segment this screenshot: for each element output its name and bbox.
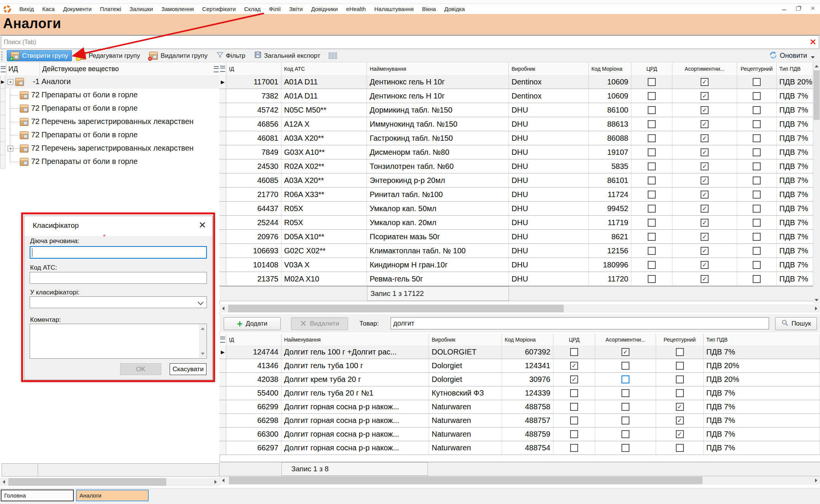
table-row[interactable]: 21770R06A X33**Ринитал табл. №100DHU1172… [219,188,820,202]
checkbox-cell[interactable]: ✓ [672,75,737,89]
checkbox-cell[interactable] [737,244,777,258]
checkbox-cell[interactable]: ✓ [672,89,737,103]
checkbox-cell[interactable] [553,441,595,455]
asort-checkbox[interactable]: ✓ [701,92,709,100]
tree-item[interactable]: ▶+-1Аналоги [0,75,219,89]
asort-checkbox[interactable]: ✓ [701,247,709,255]
asort-checkbox[interactable]: ✓ [701,106,709,114]
table-row[interactable]: ▶124744Долгит гель 100 г +Долгит рас...D… [219,345,820,359]
refresh-dropdown-icon[interactable] [811,56,815,59]
menu-item[interactable]: Вихід [15,5,38,13]
tree-item[interactable]: 72Перечень зарегистрированных лекарствен [0,115,219,129]
asort-checkbox[interactable]: ✓ [701,205,709,213]
table-row[interactable]: 66297Долгит горная сосна р-р накож...Nat… [219,441,820,455]
tree-hscrollbar[interactable] [0,478,219,486]
create-group-button[interactable]: + Створити групу [7,50,72,61]
checkbox-cell[interactable] [631,75,672,89]
checkbox-cell[interactable] [656,359,704,372]
crd-checkbox[interactable] [648,261,656,269]
clear-search-icon[interactable]: ✕ [808,37,818,47]
tree-item[interactable]: 72Препараты от боли в горле [0,129,219,142]
asort-checkbox[interactable] [621,389,629,397]
asort-checkbox[interactable]: ✓ [701,176,709,184]
checkbox-cell[interactable] [631,103,672,117]
minimize-button[interactable] [780,5,788,12]
column-header[interactable]: Тип ПДВ [704,334,820,345]
atc-input[interactable] [30,272,207,284]
table-row[interactable]: 41346Долгит гель туба 100 гDolorgiet1243… [219,359,820,373]
checkbox-cell[interactable]: ✓ [672,230,737,243]
column-header[interactable]: Код Моріона [589,63,631,75]
checkbox-cell[interactable] [737,258,777,272]
asort-checkbox[interactable]: ✓ [621,348,629,356]
table-row[interactable]: 25244R05XУмкалор кап. 20млDHU11719✓ПДВ 7… [219,216,820,230]
menu-item[interactable]: Залишки [126,5,157,13]
checkbox-cell[interactable] [737,89,777,103]
grid-corner-icon[interactable] [219,63,226,75]
crd-checkbox[interactable] [570,348,578,356]
asort-checkbox[interactable] [621,403,629,411]
checkbox-cell[interactable] [737,230,777,243]
close-button[interactable]: × [809,5,817,12]
checkbox-cell[interactable] [656,345,704,359]
checkbox-cell[interactable] [737,75,777,89]
crd-checkbox[interactable]: ✓ [570,362,578,370]
ok-button[interactable]: OK [120,363,161,375]
table-row[interactable]: 45742N05C M50**Дормикинд табл. №150DHU86… [219,103,820,117]
crd-checkbox[interactable] [648,205,656,213]
checkbox-cell[interactable] [656,373,704,386]
asort-checkbox[interactable]: ✓ [701,162,709,170]
crd-checkbox[interactable] [648,120,656,128]
crd-checkbox[interactable] [570,430,578,438]
recipe-checkbox[interactable] [676,362,684,370]
table-row[interactable]: ▶117001A01A D11Дентинокс гель Н 10гDenti… [219,75,820,89]
column-header[interactable]: Асортиментни... [672,63,737,75]
asort-checkbox[interactable]: ✓ [701,191,709,199]
checkbox-cell[interactable]: ✓ [595,345,656,359]
asort-checkbox[interactable] [621,444,629,452]
recipe-checkbox[interactable]: ✓ [676,430,684,438]
menu-item[interactable]: Документи [59,5,96,13]
checkbox-cell[interactable] [631,216,672,229]
table-row[interactable]: 55400Долгит гель туба 20 г №1Кутновский … [219,386,820,400]
grid-corner-icon[interactable] [219,334,226,345]
checkbox-cell[interactable] [737,216,777,229]
checkbox-cell[interactable] [631,173,672,187]
cancel-button[interactable]: Скасувати [170,363,207,375]
checkbox-cell[interactable]: ✓ [672,173,737,187]
tree-corner-icon[interactable] [0,63,6,75]
recipe-checkbox[interactable] [753,120,761,128]
recipe-checkbox[interactable] [753,191,761,199]
checkbox-cell[interactable] [631,89,672,103]
checkbox-cell[interactable]: ✓ [656,414,704,427]
crd-checkbox[interactable] [570,403,578,411]
expand-icon[interactable]: + [8,79,13,85]
crd-checkbox[interactable] [570,444,578,452]
tab-main[interactable]: Головна [1,490,74,501]
checkbox-cell[interactable] [631,159,672,173]
checkbox-cell[interactable]: ✓ [672,159,737,173]
checkbox-cell[interactable] [737,272,777,286]
crd-checkbox[interactable] [648,92,656,100]
table-row[interactable]: 66298Долгит горная сосна р-р накож...Nat… [219,414,820,428]
column-header[interactable]: Виробник [429,334,502,345]
comment-textarea[interactable] [30,324,207,359]
checkbox-cell[interactable]: ✓ [672,103,737,117]
checkbox-cell[interactable] [553,386,595,400]
column-header[interactable]: ІД [226,63,281,75]
checkbox-cell[interactable]: ✓ [553,359,595,372]
checkbox-cell[interactable] [595,414,656,427]
checkbox-cell[interactable] [631,117,672,131]
checkbox-cell[interactable]: ✓ [672,131,737,145]
recipe-checkbox[interactable] [753,162,761,170]
checkbox-cell[interactable] [595,373,656,386]
expand-icon[interactable]: + [8,146,13,151]
table-row[interactable]: 46856A12A XИммунокинд табл. №150DHU88613… [219,117,820,131]
checkbox-cell[interactable]: ✓ [672,244,737,258]
crd-checkbox[interactable] [648,191,656,199]
asort-checkbox[interactable]: ✓ [701,275,709,283]
table-row[interactable]: 106693G02C X02**Климактоплан табл. № 100… [219,244,820,258]
product-search-input[interactable]: долгит [391,317,769,329]
recipe-checkbox[interactable] [676,348,684,356]
menu-item[interactable]: eHealth [342,5,370,13]
